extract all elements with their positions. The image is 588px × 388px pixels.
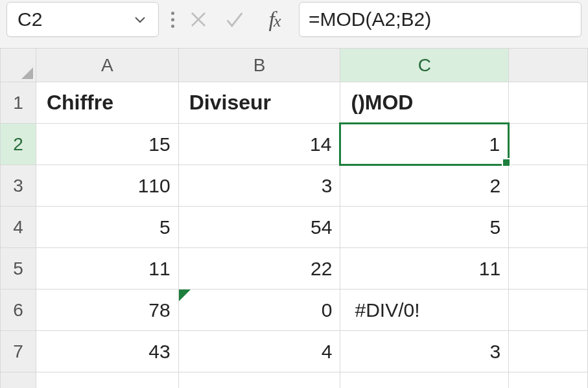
table-row: 1 Chiffre Diviseur ()MOD [1,82,588,124]
table-row [1,372,588,389]
cell-B5[interactable]: 22 [178,248,340,290]
cell-C8[interactable] [340,372,509,389]
table-row: 5 11 22 11 [1,248,588,290]
cancel-icon[interactable] [186,7,211,32]
vertical-dots-icon [167,12,178,28]
table-row: 6 78 0 #DIV/0! [1,290,588,331]
cell-B8[interactable] [178,372,340,389]
cell-C3[interactable]: 2 [340,165,509,207]
cell-C5[interactable]: 11 [340,248,509,290]
cell-D7[interactable] [509,331,588,372]
cell-C1[interactable]: ()MOD [340,82,509,124]
fx-icon[interactable]: fx [259,7,291,32]
row-header-1[interactable]: 1 [1,82,36,124]
cell-A1[interactable]: Chiffre [36,82,178,124]
cell-D6[interactable] [509,290,588,331]
cell-C7[interactable]: 3 [340,331,509,372]
cell-A6[interactable]: 78 [36,290,178,331]
cell-C2[interactable]: 1 [340,124,509,165]
formula-bar-actions: fx [186,7,291,32]
cell-A5[interactable]: 11 [36,248,178,290]
col-header-C[interactable]: C [340,49,509,82]
row-header-6[interactable]: 6 [1,290,36,331]
row-header-2[interactable]: 2 [1,124,36,165]
cell-A2[interactable]: 15 [36,124,178,165]
cell-B2[interactable]: 14 [178,124,340,165]
chevron-down-icon[interactable] [131,10,149,29]
col-header-B[interactable]: B [178,49,340,82]
name-box[interactable]: C2 [6,2,159,37]
col-header-D[interactable] [509,49,588,82]
cell-D2[interactable] [509,124,588,165]
row-header-3[interactable]: 3 [1,165,36,207]
row-header-5[interactable]: 5 [1,248,36,290]
cell-B7[interactable]: 4 [178,331,340,372]
column-header-row: A B C [1,49,588,82]
cell-D1[interactable] [509,82,588,124]
spreadsheet-grid[interactable]: A B C 1 Chiffre Diviseur ()MOD 2 15 14 1 [0,48,588,388]
cell-A7[interactable]: 43 [36,331,178,372]
select-all-corner[interactable] [1,49,36,82]
row-header-4[interactable]: 4 [1,207,36,248]
table-row: 4 5 54 5 [1,207,588,248]
row-header-8[interactable] [1,372,36,389]
table-row: 2 15 14 1 [1,124,588,165]
cell-C6[interactable]: #DIV/0! [340,290,509,331]
enter-icon[interactable] [222,7,247,32]
row-header-7[interactable]: 7 [1,331,36,372]
table-row: 7 43 4 3 [1,331,588,372]
table-row: 3 110 3 2 [1,165,588,207]
cell-C4[interactable]: 5 [340,207,509,248]
formula-bar: C2 fx =MOD(A2;B2) [0,0,588,48]
name-box-value: C2 [18,8,42,30]
cell-D3[interactable] [509,165,588,207]
formula-text: =MOD(A2;B2) [309,8,431,30]
cell-B1[interactable]: Diviseur [178,82,340,124]
cell-B4[interactable]: 54 [178,207,340,248]
cell-A3[interactable]: 110 [36,165,178,207]
cell-A8[interactable] [36,372,178,389]
cell-D5[interactable] [509,248,588,290]
cell-D8[interactable] [509,372,588,389]
col-header-A[interactable]: A [36,49,178,82]
cell-D4[interactable] [509,207,588,248]
cell-B6[interactable]: 0 [178,290,340,331]
cell-B3[interactable]: 3 [178,165,340,207]
cell-A4[interactable]: 5 [36,207,178,248]
formula-input[interactable]: =MOD(A2;B2) [299,2,582,37]
